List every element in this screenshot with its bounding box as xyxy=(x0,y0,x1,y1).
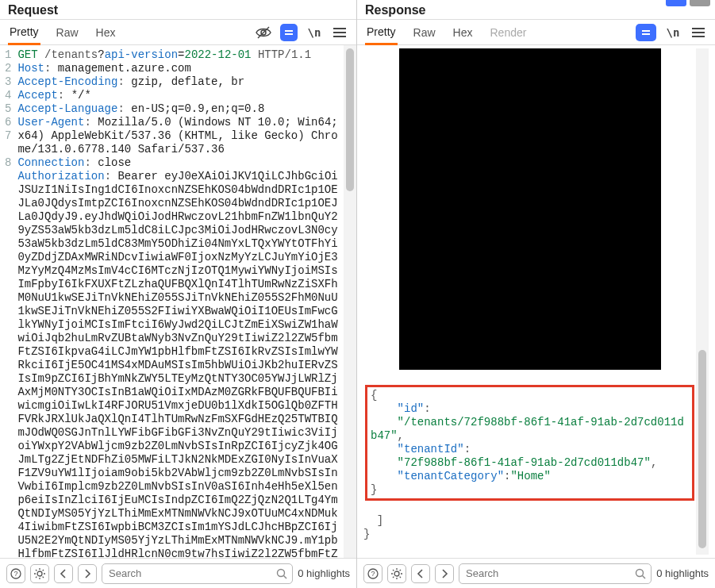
hdr-al-v: en-US;q=0.9,en;q=0.8 xyxy=(131,102,264,115)
tab-render[interactable]: Render xyxy=(489,21,529,44)
http-query-val: 2022-12-01 xyxy=(184,48,251,61)
response-header-badges xyxy=(666,0,710,6)
response-highlight-count: 0 highlights xyxy=(656,567,709,579)
http-path: /tenants xyxy=(44,48,98,61)
hdr-ua-k: User-Agent xyxy=(17,116,84,129)
hdr-auth-v: Bearer eyJ0eXAiOiJKV1QiLCJhbGciOiJSUzI1N… xyxy=(17,170,337,558)
request-scroll-thumb[interactable] xyxy=(346,48,354,191)
json-val-category: "Home" xyxy=(510,470,550,482)
gear-icon[interactable] xyxy=(387,564,406,583)
hdr-ae-v: gzip, deflate, br xyxy=(131,75,244,88)
request-editor[interactable]: 1 2 3 4 5 6 7 8 GET /tenants?api-version… xyxy=(0,45,356,558)
next-icon[interactable] xyxy=(435,564,454,583)
bracket: ] xyxy=(377,514,383,527)
hdr-host-k: Host xyxy=(17,62,44,75)
response-title: Response xyxy=(365,3,707,17)
tab-hex[interactable]: Hex xyxy=(94,21,117,44)
request-tab-icons: \n xyxy=(255,24,348,41)
menu-icon[interactable] xyxy=(690,24,707,41)
toggle-eq-icon[interactable] xyxy=(280,24,298,41)
newline-icon[interactable]: \n xyxy=(306,24,323,41)
response-pane: Response Pretty Raw Hex Render \n xyxy=(357,0,715,588)
tab-pretty[interactable]: Pretty xyxy=(365,21,398,45)
toggle-visibility-icon[interactable] xyxy=(255,24,272,41)
line-no: 2 xyxy=(5,62,11,75)
request-pane: Request Pretty Raw Hex \n xyxy=(0,0,357,588)
brace: { xyxy=(371,389,377,402)
gear-icon[interactable] xyxy=(30,564,49,583)
response-search-input[interactable] xyxy=(464,567,635,580)
toggle-eq-icon[interactable] xyxy=(636,24,656,41)
hdr-host-v: management.azure.com xyxy=(58,62,191,75)
hdr-conn-v: close xyxy=(98,156,131,169)
http-method: GET xyxy=(17,48,37,61)
svg-line-11 xyxy=(36,570,37,571)
line-no: 6 xyxy=(5,116,11,129)
svg-text:?: ? xyxy=(13,570,17,578)
hdr-ae-k: Accept-Encoding xyxy=(17,75,117,88)
svg-line-16 xyxy=(284,575,287,578)
hdr-auth-k: Authorization xyxy=(17,170,104,183)
line-no: 7 xyxy=(5,129,11,156)
newline-icon[interactable]: \n xyxy=(664,24,682,41)
request-search[interactable] xyxy=(102,563,293,584)
json-key-category: "tenantCategory" xyxy=(398,470,504,482)
prev-icon[interactable] xyxy=(54,564,73,583)
response-tabbar: Pretty Raw Hex Render \n xyxy=(357,20,715,45)
help-icon[interactable]: ? xyxy=(363,564,382,583)
response-content: { "id": "/tenants/72f988bf-86f1-41af-91a… xyxy=(363,48,696,555)
hdr-conn-k: Connection xyxy=(17,156,84,169)
prev-icon[interactable] xyxy=(411,564,430,583)
svg-line-12 xyxy=(43,576,44,577)
tab-hex[interactable]: Hex xyxy=(452,21,475,44)
response-tab-icons: \n xyxy=(636,24,707,41)
request-tabbar: Pretty Raw Hex \n xyxy=(0,20,356,45)
request-code[interactable]: GET /tenants?api-version=2022-12-01 HTTP… xyxy=(16,45,344,558)
svg-line-13 xyxy=(36,576,37,577)
response-search[interactable] xyxy=(459,563,652,584)
mini-badge[interactable] xyxy=(666,0,686,6)
response-json: { "id": "/tenants/72f988bf-86f1-41af-91a… xyxy=(363,371,696,555)
svg-point-6 xyxy=(37,571,42,576)
svg-line-31 xyxy=(643,575,646,578)
json-key-id: "id" xyxy=(398,402,425,415)
request-bottombar: ? 0 highlights xyxy=(0,558,356,588)
http-version: HTTP/1.1 xyxy=(258,48,311,61)
response-body[interactable]: { "id": "/tenants/72f988bf-86f1-41af-91a… xyxy=(357,45,715,558)
svg-line-27 xyxy=(400,576,401,577)
brace: } xyxy=(363,528,370,540)
search-icon[interactable] xyxy=(276,568,287,579)
svg-line-14 xyxy=(43,570,44,571)
line-no: 3 xyxy=(5,75,11,89)
redacted-block xyxy=(399,48,661,370)
svg-text:?: ? xyxy=(371,570,375,578)
tab-raw[interactable]: Raw xyxy=(412,21,437,44)
svg-line-26 xyxy=(393,570,394,571)
line-no: 1 xyxy=(5,48,11,62)
line-no: 5 xyxy=(5,102,11,116)
response-header: Response xyxy=(357,0,715,20)
svg-line-28 xyxy=(393,576,394,577)
line-no: 4 xyxy=(5,89,11,102)
next-icon[interactable] xyxy=(78,564,97,583)
response-bottombar: ? 0 highlights xyxy=(357,558,715,588)
hdr-al-k: Accept-Language xyxy=(17,102,117,115)
search-icon[interactable] xyxy=(635,568,646,579)
highlighted-json-object: { "id": "/tenants/72f988bf-86f1-41af-91a… xyxy=(365,385,694,501)
hdr-acc-v: */* xyxy=(71,89,91,102)
tab-raw[interactable]: Raw xyxy=(55,21,80,44)
svg-line-29 xyxy=(400,570,401,571)
help-icon[interactable]: ? xyxy=(6,564,25,583)
menu-icon[interactable] xyxy=(331,24,348,41)
response-scroll-thumb[interactable] xyxy=(698,350,706,548)
request-search-input[interactable] xyxy=(107,567,276,580)
mini-badge[interactable] xyxy=(690,0,710,6)
svg-point-15 xyxy=(278,569,285,576)
json-val-tenantid: "72f988bf-86f1-41af-91ab-2d7cd011db47" xyxy=(398,456,651,469)
response-scrollbar[interactable] xyxy=(696,48,709,555)
tab-pretty[interactable]: Pretty xyxy=(8,21,40,45)
hdr-acc-k: Accept xyxy=(17,89,57,102)
request-highlight-count: 0 highlights xyxy=(298,567,350,579)
request-scrollbar[interactable] xyxy=(344,45,356,558)
svg-point-21 xyxy=(394,571,399,576)
